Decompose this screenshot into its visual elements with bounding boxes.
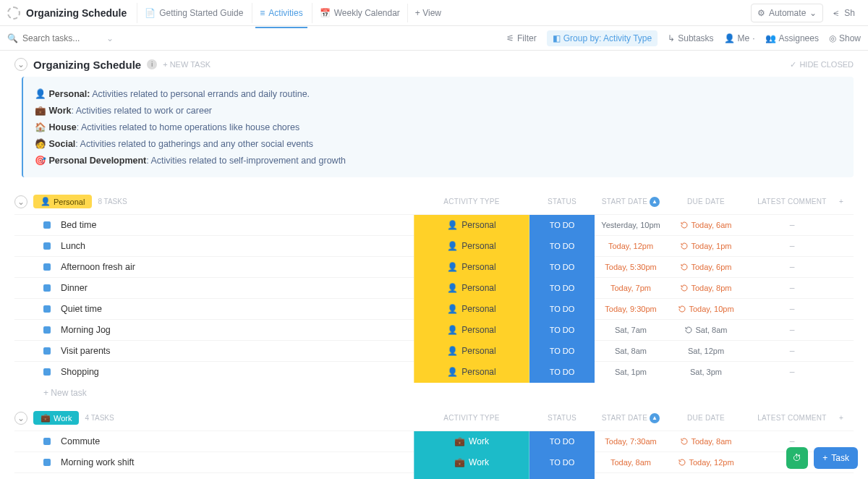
- task-name[interactable]: Morning work shift: [61, 457, 414, 467]
- collapse-group-button[interactable]: ⌄: [14, 412, 27, 425]
- latest-comment-cell[interactable]: –: [745, 367, 839, 377]
- task-name[interactable]: Morning Jog: [61, 325, 414, 335]
- collapse-list-button[interactable]: ⌄: [14, 58, 27, 71]
- add-column-button[interactable]: +: [839, 198, 854, 205]
- activity-type-cell[interactable]: 👤Personal: [414, 341, 529, 362]
- group-by-button[interactable]: ◧Group by: Activity Type: [547, 30, 658, 46]
- status-square[interactable]: [43, 284, 51, 292]
- col-latest-comment[interactable]: LATEST COMMENT: [745, 414, 839, 422]
- status-square[interactable]: [43, 305, 51, 313]
- due-date-cell[interactable]: Today, 10pm: [667, 305, 745, 313]
- due-date-cell[interactable]: Today, 8am: [667, 437, 745, 446]
- collapse-group-button[interactable]: ⌄: [14, 195, 27, 208]
- col-latest-comment[interactable]: LATEST COMMENT: [745, 198, 839, 205]
- start-date-cell[interactable]: Sat, 1pm: [595, 368, 667, 376]
- view-tab-activities[interactable]: ≡Activities: [252, 3, 310, 23]
- start-date-cell[interactable]: Today, 7pm: [595, 284, 667, 292]
- status-cell[interactable]: TO DO: [529, 278, 595, 299]
- share-button[interactable]: ⪪ Sh: [826, 4, 861, 22]
- status-cell[interactable]: TO DO: [529, 431, 595, 452]
- status-square[interactable]: [43, 242, 51, 250]
- add-column-button[interactable]: +: [839, 414, 854, 422]
- task-row[interactable]: Lunch👤PersonalTO DOToday, 12pmToday, 1pm…: [14, 235, 854, 256]
- status-cell[interactable]: TO DO: [529, 215, 595, 236]
- status-square[interactable]: [43, 326, 51, 334]
- task-row[interactable]: Morning work shift💼WorkTO DOToday, 8amTo…: [14, 452, 854, 472]
- search-input[interactable]: [22, 33, 102, 43]
- status-cell[interactable]: TO DO: [529, 341, 595, 362]
- status-cell[interactable]: TO DO: [529, 452, 595, 473]
- activity-type-cell[interactable]: 💼Work: [414, 473, 529, 480]
- task-name[interactable]: Quiet time: [61, 304, 414, 314]
- status-square[interactable]: [43, 459, 51, 466]
- latest-comment-cell[interactable]: –: [745, 241, 839, 251]
- start-date-cell[interactable]: Today, 8am: [595, 458, 667, 467]
- subtasks-button[interactable]: ↳Subtasks: [668, 33, 713, 43]
- start-date-cell[interactable]: Yesterday, 10pm: [595, 221, 667, 229]
- activity-type-cell[interactable]: 👤Personal: [414, 320, 529, 341]
- latest-comment-cell[interactable]: –: [745, 304, 839, 314]
- task-name[interactable]: Visit parents: [61, 346, 414, 356]
- due-date-cell[interactable]: Sat, 3pm: [667, 368, 745, 376]
- due-date-cell[interactable]: Today, 6am: [667, 221, 745, 229]
- view-tab-weekly-calendar[interactable]: 📅Weekly Calendar: [312, 3, 407, 23]
- hide-closed-button[interactable]: ✓HIDE CLOSED: [790, 60, 854, 69]
- record-button[interactable]: ⏱: [786, 447, 808, 469]
- due-date-cell[interactable]: Today, 8pm: [667, 284, 745, 292]
- status-cell[interactable]: TO DO: [529, 362, 595, 383]
- task-name[interactable]: Lunch: [61, 241, 414, 251]
- status-cell[interactable]: TO DO: [529, 473, 595, 480]
- task-row[interactable]: Afternoon fresh air👤PersonalTO DOToday, …: [14, 256, 854, 277]
- task-name[interactable]: Bed time: [61, 220, 414, 230]
- status-square[interactable]: [43, 221, 51, 229]
- new-task-button[interactable]: + NEW TASK: [163, 60, 210, 69]
- task-name[interactable]: Dinner: [61, 283, 414, 293]
- new-task-fab[interactable]: +Task: [814, 447, 858, 469]
- task-row[interactable]: Quiet time👤PersonalTO DOToday, 9:30pmTod…: [14, 298, 854, 319]
- automate-button[interactable]: ⚙ Automate ⌄: [751, 4, 823, 22]
- col-due-date[interactable]: DUE DATE: [667, 198, 745, 205]
- task-row[interactable]: Morning Jog👤PersonalTO DOSat, 7amSat, 8a…: [14, 319, 854, 340]
- chevron-down-icon[interactable]: ⌄: [106, 33, 114, 43]
- show-button[interactable]: ◎Show: [829, 33, 861, 43]
- activity-type-cell[interactable]: 💼Work: [414, 452, 529, 473]
- add-task-button[interactable]: + New task: [14, 382, 854, 398]
- status-cell[interactable]: TO DO: [529, 236, 595, 257]
- group-pill[interactable]: 💼Work: [33, 411, 79, 425]
- start-date-cell[interactable]: Today, 12pm: [595, 242, 667, 250]
- start-date-cell[interactable]: Today, 9:30pm: [595, 305, 667, 313]
- status-cell[interactable]: TO DO: [529, 257, 595, 278]
- col-due-date[interactable]: DUE DATE: [667, 414, 745, 422]
- add-view-button[interactable]: + View: [407, 4, 448, 22]
- task-row[interactable]: Commute💼WorkTO DOToday, 7:30amToday, 8am…: [14, 431, 854, 452]
- activity-type-cell[interactable]: 👤Personal: [414, 215, 529, 236]
- col-start-date[interactable]: START DATE ▲: [595, 413, 667, 423]
- activity-type-cell[interactable]: 👤Personal: [414, 278, 529, 299]
- status-square[interactable]: [43, 347, 51, 355]
- task-name[interactable]: Shopping: [61, 367, 414, 377]
- latest-comment-cell[interactable]: –: [745, 436, 839, 446]
- assignees-button[interactable]: 👥Assignees: [765, 33, 819, 43]
- task-row[interactable]: Visit parents👤PersonalTO DOSat, 8amSat, …: [14, 340, 854, 361]
- due-date-cell[interactable]: Today, 1pm: [667, 242, 745, 250]
- due-date-cell[interactable]: Today, 12pm: [667, 458, 745, 467]
- group-pill[interactable]: 👤Personal: [33, 195, 92, 208]
- col-activity-type[interactable]: ACTIVITY TYPE: [414, 414, 529, 422]
- status-square[interactable]: [43, 438, 51, 445]
- latest-comment-cell[interactable]: –: [745, 283, 839, 293]
- start-date-cell[interactable]: Sat, 7am: [595, 326, 667, 334]
- activity-type-cell[interactable]: 💼Work: [414, 431, 529, 452]
- status-cell[interactable]: TO DO: [529, 320, 595, 341]
- col-status[interactable]: STATUS: [529, 198, 595, 205]
- view-tab-getting-started-guide[interactable]: 📄Getting Started Guide: [137, 3, 250, 23]
- activity-type-cell[interactable]: 👤Personal: [414, 362, 529, 383]
- task-row[interactable]: Afternoon work shift💼WorkTO DOToday, 1pm…: [14, 472, 854, 479]
- start-date-cell[interactable]: Sat, 8am: [595, 347, 667, 355]
- task-row[interactable]: Bed time👤PersonalTO DOYesterday, 10pmTod…: [14, 214, 854, 235]
- me-button[interactable]: 👤Me ·: [724, 33, 755, 43]
- info-icon[interactable]: i: [147, 59, 157, 69]
- status-square[interactable]: [43, 263, 51, 271]
- latest-comment-cell[interactable]: –: [745, 346, 839, 356]
- start-date-cell[interactable]: Today, 5:30pm: [595, 263, 667, 271]
- latest-comment-cell[interactable]: –: [745, 220, 839, 230]
